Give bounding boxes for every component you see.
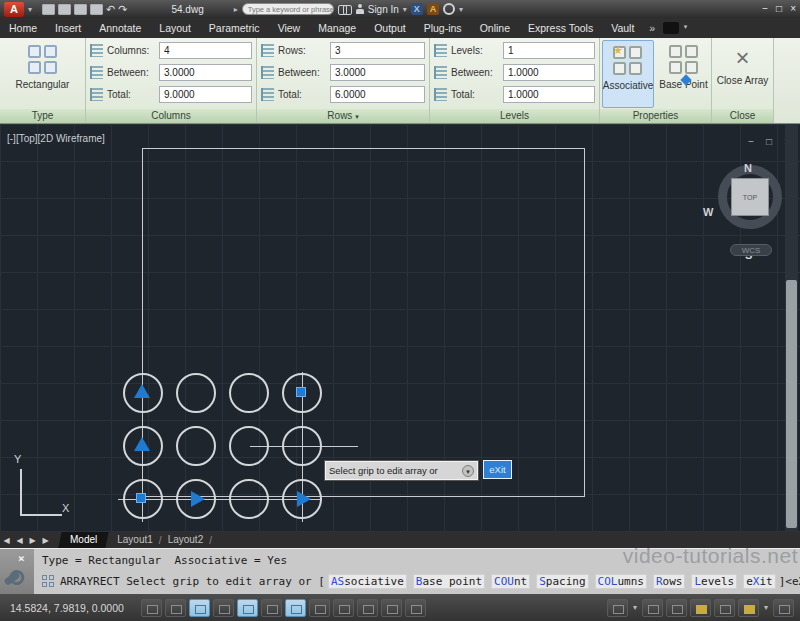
quick-view-drawings-button[interactable] bbox=[666, 599, 687, 617]
option-columns[interactable]: COLumns bbox=[595, 574, 647, 589]
dynamic-ucs-toggle[interactable] bbox=[333, 599, 354, 617]
workspace-chevron-icon[interactable]: ▾ bbox=[764, 603, 768, 612]
close-button[interactable]: × bbox=[790, 1, 796, 17]
clean-screen-button[interactable] bbox=[773, 599, 794, 617]
quick-view-layouts-button[interactable] bbox=[642, 599, 663, 617]
annotation-visibility-button[interactable] bbox=[690, 599, 711, 617]
panel-label-rows[interactable]: Rows ▾ bbox=[257, 109, 429, 123]
autodesk-badge-icon[interactable]: A bbox=[427, 3, 439, 15]
customize-wrench-icon[interactable] bbox=[3, 571, 20, 586]
maximize-button[interactable]: □ bbox=[776, 1, 782, 17]
coordinates-readout[interactable]: 14.5824, 7.9819, 0.0000 bbox=[6, 600, 132, 616]
option-count[interactable]: COUnt bbox=[491, 574, 530, 589]
levels-between-field[interactable]: 1.0000 bbox=[503, 64, 595, 81]
osnap-3d-toggle[interactable] bbox=[285, 599, 306, 617]
tooltip-options-icon[interactable]: ▾ bbox=[462, 465, 474, 477]
search-input[interactable]: Type a keyword or phrase bbox=[242, 3, 334, 15]
tab-plugins[interactable]: Plug-ins bbox=[415, 18, 471, 38]
command-line-window[interactable]: × Type = Rectangular Associative = Yes A… bbox=[0, 548, 800, 594]
ortho-toggle[interactable] bbox=[213, 599, 234, 617]
osnap-toggle[interactable] bbox=[261, 599, 282, 617]
sign-in-button[interactable]: Sign In bbox=[368, 4, 399, 15]
qat-customize-icon[interactable]: ▸ bbox=[234, 5, 238, 14]
tab-layout1[interactable]: Layout1 bbox=[111, 532, 159, 548]
option-base-point[interactable]: Base point bbox=[413, 574, 485, 589]
vertical-scrollbar[interactable] bbox=[785, 124, 798, 532]
tab-layout2[interactable]: Layout2 bbox=[162, 532, 210, 548]
rows-total-field[interactable]: 6.0000 bbox=[330, 86, 425, 103]
plot-icon[interactable] bbox=[90, 4, 103, 15]
rectangular-button[interactable]: Rectangular bbox=[2, 40, 83, 108]
viewport-controls-label[interactable]: [-][Top][2D Wireframe] bbox=[7, 133, 105, 144]
prev-tab-icon[interactable]: ◀ bbox=[13, 536, 26, 545]
save-icon[interactable] bbox=[74, 4, 87, 15]
polar-tracking-toggle[interactable] bbox=[237, 599, 258, 617]
tab-annotate[interactable]: Annotate bbox=[90, 18, 150, 38]
tab-home[interactable]: Home bbox=[0, 18, 46, 38]
tab-layout[interactable]: Layout bbox=[150, 18, 200, 38]
associative-button[interactable]: ★ Associative bbox=[602, 40, 654, 108]
search-icon[interactable] bbox=[338, 4, 352, 14]
columns-total-field[interactable]: 9.0000 bbox=[159, 86, 252, 103]
tab-insert[interactable]: Insert bbox=[46, 18, 90, 38]
tab-vault[interactable]: Vault bbox=[602, 18, 643, 38]
infer-constraints-toggle[interactable] bbox=[141, 599, 162, 617]
grid-toggle[interactable] bbox=[189, 599, 210, 617]
next-tab-icon[interactable]: ▶ bbox=[26, 536, 39, 545]
ribbon-minimize-icon[interactable] bbox=[663, 22, 679, 34]
option-associative[interactable]: ASsociative bbox=[328, 574, 407, 589]
tab-express-tools[interactable]: Express Tools bbox=[519, 18, 602, 38]
base-point-button[interactable]: Base Point bbox=[658, 40, 709, 108]
exchange-apps-icon[interactable]: X bbox=[411, 3, 423, 15]
communication-center-icon[interactable] bbox=[443, 3, 455, 15]
columns-count-field[interactable]: 4 bbox=[159, 42, 252, 59]
first-tab-icon[interactable]: ◀ bbox=[0, 536, 13, 545]
option-levels[interactable]: Levels bbox=[691, 574, 737, 589]
tab-output[interactable]: Output bbox=[365, 18, 415, 38]
lineweight-toggle[interactable] bbox=[381, 599, 402, 617]
square-grip[interactable] bbox=[296, 387, 306, 397]
model-chevron-icon[interactable]: ▾ bbox=[633, 603, 637, 612]
command-close-icon[interactable]: × bbox=[18, 552, 25, 565]
row-count-arrow-grip[interactable] bbox=[134, 384, 150, 398]
last-tab-icon[interactable]: ▶ bbox=[39, 536, 52, 545]
rows-panel-chevron-icon[interactable]: ▾ bbox=[355, 113, 359, 120]
close-array-button[interactable]: × Close Array bbox=[714, 40, 771, 108]
option-spacing[interactable]: Spacing bbox=[536, 574, 588, 589]
wcs-dropdown[interactable]: WCS bbox=[730, 244, 772, 256]
annotation-scale-button[interactable] bbox=[738, 599, 759, 617]
autoscale-button[interactable] bbox=[714, 599, 735, 617]
row-count-arrow-grip[interactable] bbox=[134, 437, 150, 451]
tab-online[interactable]: Online bbox=[471, 18, 519, 38]
tab-model[interactable]: Model bbox=[58, 532, 109, 548]
option-exit[interactable]: eXit bbox=[743, 574, 776, 589]
tab-view[interactable]: View bbox=[269, 18, 310, 38]
drawing-viewport[interactable]: [-][Top][2D Wireframe] − □ × N S W E TOP… bbox=[0, 124, 800, 532]
drawing-minimize-button[interactable]: − bbox=[748, 136, 754, 147]
viewcube-north[interactable]: N bbox=[744, 162, 752, 174]
tab-overflow-icon[interactable]: » bbox=[643, 18, 661, 38]
open-file-icon[interactable] bbox=[58, 4, 71, 15]
transparency-toggle[interactable] bbox=[405, 599, 426, 617]
undo-icon[interactable]: ↶ bbox=[106, 4, 115, 15]
square-grip[interactable] bbox=[136, 493, 146, 503]
viewcube-top-face[interactable]: TOP bbox=[731, 178, 769, 216]
levels-total-field[interactable]: 1.0000 bbox=[503, 86, 595, 103]
drawing-restore-button[interactable]: □ bbox=[766, 136, 772, 147]
option-rows[interactable]: Rows bbox=[653, 574, 686, 589]
app-menu-button[interactable]: A bbox=[4, 2, 24, 17]
scrollbar-thumb[interactable] bbox=[786, 280, 797, 528]
object-track-toggle[interactable] bbox=[309, 599, 330, 617]
model-space-button[interactable] bbox=[607, 599, 628, 617]
help-chevron-icon[interactable]: ▾ bbox=[459, 5, 463, 14]
new-file-icon[interactable] bbox=[42, 4, 55, 15]
column-count-arrow-grip[interactable] bbox=[191, 491, 205, 507]
sign-in-chevron-icon[interactable]: ▾ bbox=[403, 5, 407, 14]
dynamic-input-toggle[interactable] bbox=[357, 599, 378, 617]
dynamic-input-field[interactable]: eXit bbox=[483, 460, 512, 479]
columns-between-field[interactable]: 3.0000 bbox=[159, 64, 252, 81]
rows-count-field[interactable]: 3 bbox=[330, 42, 425, 59]
column-count-arrow-grip[interactable] bbox=[297, 491, 311, 507]
viewcube-west[interactable]: W bbox=[703, 206, 713, 218]
levels-count-field[interactable]: 1 bbox=[503, 42, 595, 59]
